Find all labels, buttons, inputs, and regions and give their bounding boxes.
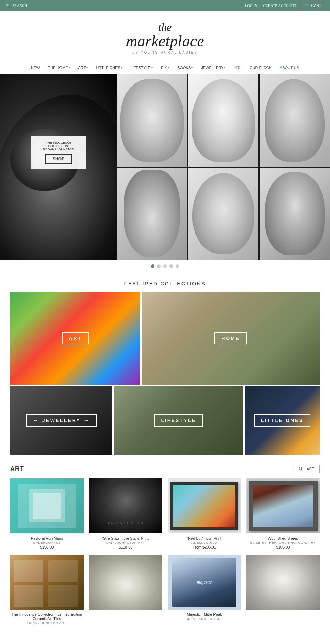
- hero-animal-goat[interactable]: [260, 74, 330, 167]
- fc-art[interactable]: ART: [10, 292, 140, 385]
- art-thumb-majestic: majestic: [168, 555, 241, 610]
- chevron-down-icon: ▾: [86, 66, 88, 69]
- nav-books[interactable]: BOOKS ▾: [177, 66, 193, 70]
- nav-the-home[interactable]: THE HOME ▾: [48, 66, 70, 70]
- hero-animal-sheep[interactable]: [188, 74, 259, 167]
- nav-yrl[interactable]: YRL: [234, 66, 241, 70]
- art-name-majestic: Majestic | Mitre Peak: [168, 612, 241, 617]
- collection-label: 'THE INNOCENCE COLLECTION' BY DANA JOHNS…: [36, 141, 80, 151]
- fc-littleones-label: LITTLE ONES: [254, 414, 310, 427]
- art-price-bull: From $295.00: [168, 545, 241, 549]
- nav-lifestyle[interactable]: LIFESTYLE ▾: [131, 66, 153, 70]
- art-name-stag: 'Sire Stag in the Stalls' Print: [89, 536, 162, 540]
- art-vendor-bull: AMELIA GUILD: [168, 541, 241, 544]
- art-section-title: ART: [10, 465, 24, 473]
- dot-5[interactable]: [176, 264, 179, 268]
- dot-3[interactable]: [163, 264, 167, 268]
- chevron-down-icon: ▾: [168, 66, 169, 69]
- cart-button[interactable]: 🛒 CART: [302, 2, 324, 9]
- main-nav: NEW THE HOME ▾ ART ▾ LITTLE ONES ▾ LIFES…: [0, 61, 330, 74]
- hero-dots: [0, 260, 330, 273]
- search-button[interactable]: 🔍 SEARCH: [6, 3, 27, 8]
- art-thumb-stag: DANA ROBERTSON: [89, 478, 162, 533]
- hero-animal-rabbit[interactable]: [117, 168, 187, 260]
- dot-1[interactable]: [151, 264, 154, 268]
- fc-home[interactable]: HOME: [142, 292, 320, 385]
- chevron-down-icon: ▾: [121, 66, 122, 69]
- chevron-down-icon: ▾: [191, 66, 193, 69]
- nav-art[interactable]: ART ▾: [78, 66, 88, 70]
- nav-little-ones[interactable]: LITTLE ONES ▾: [96, 66, 122, 70]
- nav-diy[interactable]: DIY ▾: [161, 66, 169, 70]
- site-header: the marketplace BY YOUNG RURAL LADIES: [0, 11, 330, 61]
- featured-collections-grid: ART HOME ← JEWELLERY → LIFESTYLE: [0, 292, 330, 455]
- dot-2[interactable]: [157, 264, 161, 268]
- art-grid: Pastoral Run Maps UNDERCOVRNZ $150.00 DA…: [10, 478, 320, 549]
- search-icon: 🔍: [6, 3, 10, 8]
- art-item-bull[interactable]: 'Red Bull' | Bull Print AMELIA GUILD Fro…: [168, 478, 241, 549]
- art-item-tiles[interactable]: The Innocence Collection | Limited Editi…: [10, 555, 84, 625]
- featured-section-title: FEATURED COLLECTIONS: [0, 273, 330, 292]
- top-bar: 🔍 SEARCH LOG IN CREATE ACCOUNT 🛒 CART: [0, 0, 330, 11]
- art-thumb-tiles: [10, 555, 84, 610]
- cart-label: CART: [311, 3, 321, 8]
- nav-about-us[interactable]: ABOUT US: [280, 66, 299, 70]
- art-name-sheep: Wool Shed Sheep: [246, 536, 320, 540]
- hero-animal-cat[interactable]: [188, 168, 259, 260]
- art-thumb-pastoral: [10, 478, 84, 533]
- art-item-majestic[interactable]: majestic Majestic | Mitre Peak BRAVE AND…: [168, 555, 241, 625]
- nav-new[interactable]: NEW: [31, 66, 40, 70]
- fc-art-label: ART: [62, 332, 89, 344]
- all-art-button[interactable]: ALL ART: [294, 465, 320, 473]
- art-vendor-stag: DANA JOHNSTON ART: [89, 541, 162, 544]
- art-price-pastoral: $150.00: [10, 545, 84, 549]
- fc-lifestyle-label: LIFESTYLE: [154, 414, 203, 427]
- featured-section: FEATURED COLLECTIONS ART HOME ← JEWELLER…: [0, 273, 330, 455]
- hero-right-panel: [117, 74, 330, 260]
- art-item-dog[interactable]: [246, 555, 320, 625]
- art-thumb-leopard: [89, 555, 162, 610]
- search-label: SEARCH: [12, 3, 27, 8]
- hero-animal-bird[interactable]: [260, 168, 330, 260]
- logo-line2: marketplace: [0, 33, 330, 49]
- fc-jewellery[interactable]: ← JEWELLERY →: [10, 386, 112, 455]
- fc-little-ones[interactable]: LITTLE ONES: [245, 386, 320, 455]
- site-subtitle: BY YOUNG RURAL LADIES: [0, 50, 330, 54]
- chevron-down-icon: ▾: [151, 66, 153, 69]
- art-name-tiles: The Innocence Collection | Limited Editi…: [10, 612, 84, 621]
- fc-row-2: ← JEWELLERY → LIFESTYLE LITTLE ONES: [10, 386, 320, 455]
- hero-banner: 'THE INNOCENCE COLLECTION' BY DANA JOHNS…: [0, 74, 330, 260]
- art-thumb-bull: [168, 478, 241, 533]
- cart-icon: 🛒: [305, 3, 310, 8]
- fc-lifestyle[interactable]: LIFESTYLE: [114, 386, 243, 455]
- dot-4[interactable]: [169, 264, 173, 268]
- chevron-down-icon: ▾: [69, 66, 70, 69]
- hero-animal-cow[interactable]: [117, 74, 187, 167]
- login-link[interactable]: LOG IN: [245, 3, 257, 8]
- nav-our-flock[interactable]: OUR FLOCK: [250, 66, 272, 70]
- art-section-header: ART ALL ART: [10, 465, 320, 473]
- art-section: ART ALL ART Pastoral Run Maps UNDERCOVRN…: [0, 455, 330, 549]
- art-vendor-majestic: BRAVE AND BROGUE: [168, 617, 241, 621]
- nav-jewellery[interactable]: JEWELLERY ▾: [201, 66, 226, 70]
- art-thumb-sheep: [246, 478, 320, 533]
- art-vendor-sheep: ELISE RUTHERFORD PHOTOGRAPHY: [246, 541, 320, 544]
- art-price-stag: $110.00: [89, 545, 162, 549]
- art-item-stag[interactable]: DANA ROBERTSON 'Sire Stag in the Stalls'…: [89, 478, 162, 549]
- create-account-link[interactable]: CREATE ACCOUNT: [263, 3, 296, 8]
- art-thumb-dog: [246, 555, 320, 610]
- fc-home-label: HOME: [214, 332, 247, 344]
- art-vendor-tiles: DANA JOHNSTON ART: [10, 621, 84, 625]
- hero-text-box: 'THE INNOCENCE COLLECTION' BY DANA JOHNS…: [31, 136, 86, 169]
- art-item-sheep[interactable]: Wool Shed Sheep ELISE RUTHERFORD PHOTOGR…: [246, 478, 320, 549]
- arrow-left-icon: ←: [33, 417, 40, 423]
- art-item-leopard[interactable]: [89, 555, 162, 625]
- art-price-sheep: $105.00: [246, 545, 320, 549]
- arrow-right-icon: →: [84, 417, 90, 423]
- chevron-down-icon: ▾: [224, 66, 226, 69]
- shop-button[interactable]: SHOP: [45, 154, 72, 164]
- art-item-pastoral[interactable]: Pastoral Run Maps UNDERCOVRNZ $150.00: [10, 478, 84, 549]
- site-logo: the marketplace: [0, 21, 330, 49]
- fc-row-1: ART HOME: [10, 292, 320, 385]
- art-vendor-pastoral: UNDERCOVRNZ: [10, 541, 84, 544]
